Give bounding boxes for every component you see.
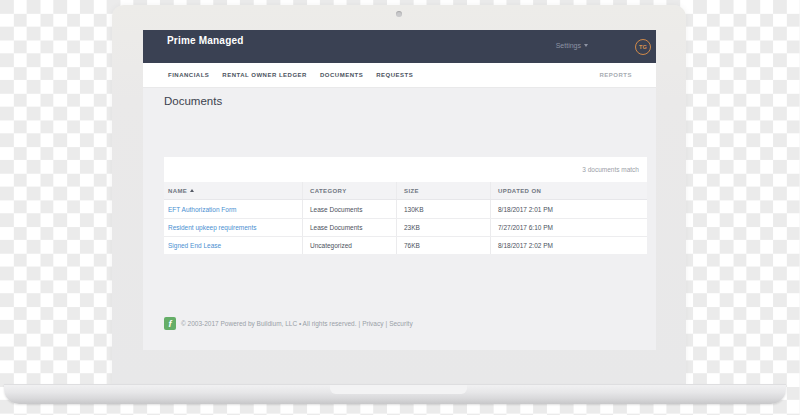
facebook-icon[interactable]: f (164, 317, 176, 330)
table-row: EFT Authorization Form Lease Documents 1… (164, 200, 647, 218)
column-header-updated-on[interactable]: UPDATED ON (490, 182, 647, 199)
screen-footer: f © 2003-2017 Powered by Buildium, LLC •… (164, 317, 413, 330)
size-cell: 23KB (396, 219, 490, 236)
privacy-link[interactable]: Privacy (362, 320, 383, 327)
webcam-dot-icon (396, 11, 402, 17)
nav-item-requests[interactable]: REQUESTS (376, 72, 413, 78)
column-header-name[interactable]: NAME (164, 182, 302, 199)
avatar[interactable]: TG (635, 39, 651, 55)
size-cell: 76KB (396, 237, 490, 254)
page-title: Documents (164, 95, 647, 107)
nav-item-rental-owner-ledger[interactable]: RENTAL OWNER LEDGER (222, 72, 307, 78)
column-header-size[interactable]: SIZE (396, 182, 490, 199)
category-cell: Lease Documents (302, 200, 396, 218)
footer-separator: | (385, 320, 387, 327)
account-name[interactable]: Prime Managed (167, 35, 244, 46)
updated-on-cell: 7/27/2017 6:10 PM (490, 219, 647, 236)
size-cell: 130KB (396, 200, 490, 218)
transparency-checkerboard: { "header": { "brand": "Prime Managed", … (0, 0, 800, 415)
table-header-row: NAME CATEGORY SIZE UPDATED ON (164, 182, 647, 200)
nav-items: FINANCIALSRENTAL OWNER LEDGERDOCUMENTSRE… (168, 72, 413, 78)
page-body: Documents 3 documents match NAME CATEGOR… (143, 95, 656, 107)
document-link[interactable]: EFT Authorization Form (168, 206, 237, 213)
footer-separator: | (358, 320, 360, 327)
documents-panel: 3 documents match NAME CATEGORY SIZE UPD… (164, 157, 647, 254)
sort-ascending-icon (190, 189, 194, 192)
nav-item-documents[interactable]: DOCUMENTS (320, 72, 363, 78)
filter-strip: 3 documents match (164, 157, 647, 182)
table-row: Signed End Lease Uncategorized 76KB 8/18… (164, 236, 647, 254)
column-header-name-label: NAME (168, 188, 187, 194)
copyright-text: © 2003-2017 Powered by Buildium, LLC • A… (181, 320, 356, 327)
settings-menu[interactable]: Settings (556, 42, 588, 49)
nav-item-reports[interactable]: REPORTS (599, 72, 632, 78)
chevron-down-icon (584, 44, 588, 47)
app-header: Prime Managed Settings TG (143, 30, 656, 63)
security-link[interactable]: Security (389, 320, 412, 327)
laptop-screen: Prime Managed Settings TG FINANCIALSRENT… (143, 30, 656, 350)
category-cell: Lease Documents (302, 219, 396, 236)
footer-text: © 2003-2017 Powered by Buildium, LLC • A… (181, 320, 413, 327)
settings-label: Settings (556, 42, 581, 49)
match-count: 3 documents match (582, 166, 639, 173)
laptop-notch (330, 385, 467, 394)
category-cell: Uncategorized (302, 237, 396, 254)
column-header-category[interactable]: CATEGORY (302, 182, 396, 199)
updated-on-cell: 8/18/2017 2:02 PM (490, 237, 647, 254)
nav-bar: FINANCIALSRENTAL OWNER LEDGERDOCUMENTSRE… (143, 63, 656, 88)
updated-on-cell: 8/18/2017 2:01 PM (490, 200, 647, 218)
table-body: EFT Authorization Form Lease Documents 1… (164, 200, 647, 254)
document-link[interactable]: Resident upkeep requirements (168, 224, 257, 231)
table-row: Resident upkeep requirements Lease Docum… (164, 218, 647, 236)
document-link[interactable]: Signed End Lease (168, 242, 221, 249)
nav-item-financials[interactable]: FINANCIALS (168, 72, 209, 78)
